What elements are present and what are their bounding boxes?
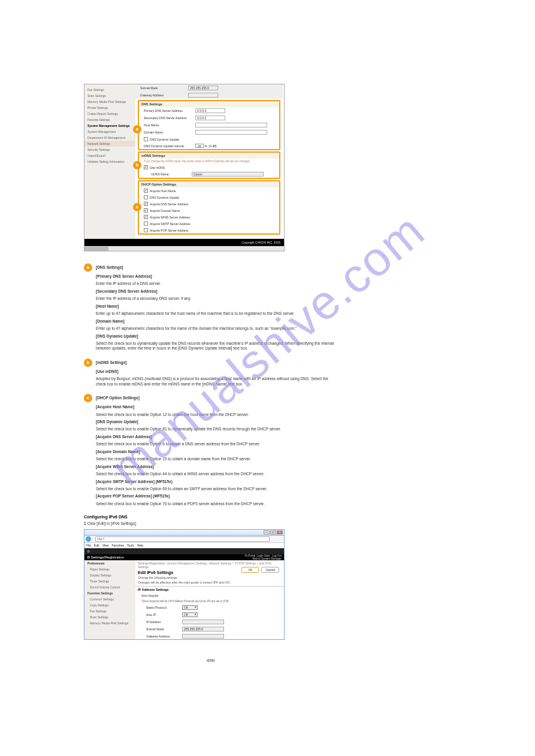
- sidebar2-item[interactable]: Common Settings: [84, 596, 135, 602]
- maximize-button[interactable]: □: [270, 530, 276, 535]
- sidebar-item[interactable]: Initialize Setting Information: [84, 159, 135, 165]
- gear-icon: ⚙: [87, 555, 90, 559]
- browser-menus[interactable]: FileEditViewFavoritesToolsHelp: [84, 543, 284, 548]
- sidebar2-item: Preferences: [84, 560, 135, 566]
- select-input[interactable]: Off: [182, 605, 198, 610]
- field-label: IP Address:: [146, 620, 182, 624]
- dhcp-checkbox[interactable]: [144, 189, 148, 193]
- url-input[interactable]: http://: [95, 536, 270, 542]
- window-titlebar: – □ ×: [84, 530, 284, 536]
- use-mdns-checkbox[interactable]: [144, 165, 148, 169]
- item-heading: [Acquire DNS Server Address]: [96, 435, 152, 439]
- sidebar2-item[interactable]: Timer Settings: [84, 578, 135, 584]
- scrollbar-h[interactable]: [84, 246, 284, 251]
- sidebar-item[interactable]: Network Settings: [84, 141, 135, 147]
- item-text: Select the check box to enable Option 81…: [96, 427, 337, 432]
- field-label: Select Protocol:: [146, 606, 182, 609]
- note1: Change the following settings.: [135, 575, 284, 580]
- sidebar2-item: Function Settings: [84, 590, 135, 596]
- menu-item[interactable]: View: [102, 544, 109, 547]
- sidebar2-item[interactable]: Copy Settings: [84, 602, 135, 608]
- dhcp-opt-label: Acquire SMTP Server Address: [150, 222, 191, 226]
- sidebar-item[interactable]: Printer Settings: [84, 105, 135, 111]
- dhcp-checkbox[interactable]: [144, 208, 148, 212]
- sidebar2-item[interactable]: Scan Settings: [84, 614, 135, 620]
- sidebar-item[interactable]: System Management Settings: [84, 123, 135, 129]
- dns-dyn-update-checkbox[interactable]: [144, 137, 148, 141]
- sidebar-item[interactable]: Security Settings: [84, 147, 135, 153]
- dhcp-checkbox[interactable]: [144, 215, 148, 219]
- item-text: Select the check box to dynamically upda…: [96, 341, 337, 351]
- text-input[interactable]: [182, 634, 224, 639]
- menu-item[interactable]: Tools: [127, 544, 134, 547]
- item-heading: [Acquire POP Server Address] (MF515x): [96, 494, 170, 498]
- dns-dyn-int-input[interactable]: 24: [195, 144, 204, 148]
- mdns-name-label: mDNS Name:: [144, 172, 192, 176]
- sidebar-item[interactable]: Fax Settings: [84, 87, 135, 93]
- sidebar-item[interactable]: Output Report Settings: [84, 111, 135, 117]
- mdns-note: If you change the mDNS name, the printer…: [139, 159, 279, 164]
- dhcp-checkbox[interactable]: [144, 221, 148, 226]
- sidebar-item[interactable]: Favorite Settings: [84, 117, 135, 123]
- mdns-name-input[interactable]: Canon: [192, 172, 264, 177]
- mdns-section-title: mDNS Settings: [139, 153, 279, 159]
- field-label: Secondary DNS Server Address: [144, 116, 195, 120]
- callout-a-icon: a: [133, 125, 141, 133]
- auto-acquire-help: *[Auto Acquire] will be Off if [Select P…: [135, 599, 284, 604]
- item-text: Enter up to 47 alphanumeric characters f…: [96, 311, 337, 316]
- dhcp-checkbox[interactable]: [144, 228, 148, 232]
- sidebar-item[interactable]: Scan Settings: [84, 93, 135, 99]
- minimize-button[interactable]: –: [264, 530, 270, 535]
- text-input[interactable]: [182, 620, 224, 624]
- menu-item[interactable]: File: [86, 544, 91, 547]
- menu-item[interactable]: Help: [137, 544, 143, 547]
- dns-dyn-int-label: DNS Dynamic Update Interval:: [144, 144, 195, 148]
- item-heading: [Primary DNS Server Address]: [96, 274, 152, 278]
- use-mdns-label: Use mDNS: [150, 166, 165, 169]
- text-input[interactable]: [195, 130, 267, 135]
- sidebar-item[interactable]: Memory Media Print Settings: [84, 99, 135, 105]
- back-button[interactable]: ←: [86, 536, 91, 542]
- select-input[interactable]: Off: [182, 612, 198, 617]
- dhcp-opt-label: Acquire Host Name: [150, 189, 176, 193]
- item-text: Enter the IP address of a DNS server.: [96, 281, 337, 286]
- callout-c-icon: c: [133, 203, 141, 211]
- sidebar2-item[interactable]: Paper Settings: [84, 566, 135, 572]
- item-heading: [Host Name]: [96, 304, 119, 308]
- menu-item[interactable]: Favorites: [111, 544, 124, 547]
- sidebar-item[interactable]: System Management: [84, 129, 135, 135]
- cancel-button[interactable]: Cancel: [261, 567, 279, 573]
- ipv6-heading: Configuring IPv6 DNS: [84, 515, 337, 519]
- menu-item[interactable]: Edit: [94, 544, 99, 547]
- dhcp-checkbox[interactable]: [144, 195, 148, 199]
- note2: Changes will be effective after the main…: [135, 580, 284, 585]
- dns-section-title: DNS Settings: [139, 101, 279, 107]
- field-value: [188, 93, 218, 98]
- text-input[interactable]: 0.0.0.0: [195, 108, 225, 113]
- text-input[interactable]: [195, 123, 267, 127]
- sidebar2-item[interactable]: Memory Media Print Settings: [84, 620, 135, 626]
- item-heading: [DNS Dynamic Update]: [96, 334, 138, 338]
- ok-button[interactable]: OK: [241, 567, 259, 573]
- item-heading: [Acquire SMTP Server Address] (MF515x): [96, 479, 173, 484]
- page-number: 499: [84, 658, 337, 663]
- field-label: Primary DNS Server Address: [144, 109, 195, 113]
- sidebar2: PreferencesPaper SettingsDisplay Setting…: [84, 560, 135, 639]
- dhcp-checkbox[interactable]: [144, 202, 148, 206]
- sidebar2-item[interactable]: Sound Volume Control: [84, 584, 135, 590]
- callout-a-icon: a: [84, 263, 92, 272]
- sidebar-item[interactable]: Import/Export: [84, 153, 135, 159]
- dhcp-opt-label: Acquire WINS Server Address: [150, 215, 190, 219]
- text-input[interactable]: 0.0.0.0: [195, 116, 225, 120]
- item-text: Select the check box to enable Option 44…: [96, 472, 337, 476]
- field-label: Auto IP:: [146, 613, 182, 617]
- sidebar2-item[interactable]: Fax Settings: [84, 608, 135, 614]
- text-input[interactable]: 255.255.255.0: [182, 627, 224, 631]
- sidebar-item[interactable]: Department ID Management: [84, 135, 135, 141]
- dhcp-opt-label: Acquire DNS Server Address: [150, 202, 188, 206]
- sidebar2-item[interactable]: Display Settings: [84, 572, 135, 578]
- callout-b-icon: b: [84, 359, 92, 367]
- close-button[interactable]: ×: [277, 530, 283, 535]
- field-label: Domain Name: [144, 130, 195, 134]
- section-heading: [DNS Settings]: [96, 265, 123, 269]
